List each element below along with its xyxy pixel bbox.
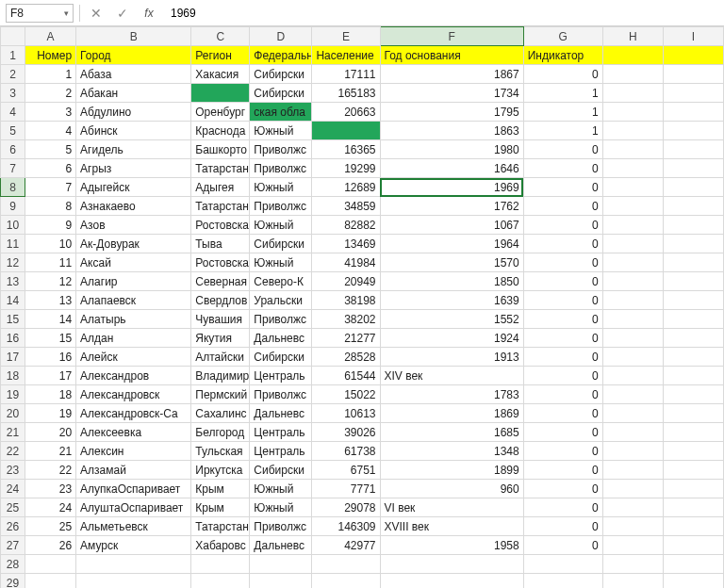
cell[interactable]: 1863 [380, 122, 523, 140]
cell[interactable]: Якутия [191, 329, 250, 348]
cell[interactable] [602, 197, 663, 216]
cell[interactable]: АлупкаОспаривает [76, 480, 191, 498]
cell[interactable] [25, 574, 76, 589]
cell[interactable]: 0 [523, 272, 602, 291]
cell[interactable]: 21 [25, 442, 76, 461]
cell[interactable] [663, 480, 723, 498]
cell[interactable]: Альметьевск [76, 517, 191, 536]
cell[interactable]: 82882 [312, 216, 380, 235]
cell[interactable]: 1734 [380, 84, 523, 103]
cell[interactable] [602, 84, 663, 103]
cell[interactable]: 7 [25, 178, 76, 197]
cell[interactable] [250, 574, 312, 589]
row-header[interactable]: 5 [1, 122, 25, 140]
cell[interactable]: 0 [523, 536, 602, 555]
cell[interactable]: 11 [25, 253, 76, 272]
cell[interactable]: Алексеевка [76, 423, 191, 442]
cell[interactable]: 17111 [312, 65, 380, 84]
cell[interactable] [663, 159, 723, 178]
fx-icon[interactable]: fx [139, 7, 159, 20]
row-header[interactable]: 6 [1, 140, 25, 159]
row-header[interactable]: 15 [1, 310, 25, 329]
cell[interactable] [663, 367, 723, 385]
cell[interactable] [602, 178, 663, 197]
row-header[interactable]: 16 [1, 329, 25, 348]
cell[interactable]: 20 [25, 423, 76, 442]
cell[interactable]: 1 [523, 84, 602, 103]
cell[interactable]: 1869 [380, 404, 523, 423]
cancel-icon[interactable]: ✕ [86, 6, 107, 21]
cell[interactable]: XIV век [380, 367, 523, 385]
cell[interactable]: 19 [25, 404, 76, 423]
cell[interactable]: 13469 [312, 235, 380, 253]
select-all-corner[interactable] [1, 27, 25, 46]
cell[interactable]: 22 [25, 461, 76, 480]
cell[interactable] [602, 103, 663, 122]
row-header[interactable]: 8 [1, 178, 25, 197]
cell[interactable]: 165183 [312, 84, 380, 103]
cell[interactable]: 0 [523, 159, 602, 178]
cell[interactable] [523, 555, 602, 574]
cell[interactable]: 16365 [312, 140, 380, 159]
cell[interactable]: Азов [76, 216, 191, 235]
row-header[interactable]: 27 [1, 536, 25, 555]
cell[interactable]: Централь [250, 367, 312, 385]
row-header[interactable]: 18 [1, 367, 25, 385]
row-header[interactable]: 13 [1, 272, 25, 291]
cell[interactable]: Хабаровс [191, 536, 250, 555]
cell[interactable] [602, 140, 663, 159]
cell[interactable] [663, 310, 723, 329]
cell[interactable] [25, 555, 76, 574]
cell[interactable]: Свердлов [191, 291, 250, 310]
cell[interactable] [663, 272, 723, 291]
row-header[interactable]: 12 [1, 253, 25, 272]
cell[interactable]: Алдан [76, 329, 191, 348]
cell[interactable]: 1783 [380, 385, 523, 404]
col-header-A[interactable]: A [25, 27, 76, 46]
row-header[interactable]: 1 [1, 46, 25, 65]
cell[interactable] [380, 555, 523, 574]
cell[interactable] [191, 555, 250, 574]
cell[interactable]: Оренбург [191, 103, 250, 122]
cell[interactable]: Краснода [191, 122, 250, 140]
row-header[interactable]: 7 [1, 159, 25, 178]
cell[interactable] [602, 65, 663, 84]
cell[interactable]: 0 [523, 385, 602, 404]
cell[interactable]: 15 [25, 329, 76, 348]
header-cell-I[interactable] [663, 46, 723, 65]
cell[interactable]: 7771 [312, 480, 380, 498]
cell[interactable]: Чувашия [191, 310, 250, 329]
cell[interactable]: 41984 [312, 253, 380, 272]
cell[interactable]: Южный [250, 178, 312, 197]
cell[interactable]: 38198 [312, 291, 380, 310]
cell[interactable]: Приволжс [250, 197, 312, 216]
cell[interactable] [663, 253, 723, 272]
cell[interactable]: XVIII век [380, 517, 523, 536]
cell[interactable]: 1980 [380, 140, 523, 159]
cell[interactable]: Сибирски [250, 348, 312, 367]
cell[interactable]: Тульская [191, 442, 250, 461]
col-header-H[interactable]: H [602, 27, 663, 46]
cell[interactable] [663, 498, 723, 517]
cell[interactable]: Агрыз [76, 159, 191, 178]
cell[interactable] [663, 423, 723, 442]
cell[interactable] [663, 442, 723, 461]
cell[interactable]: 12689 [312, 178, 380, 197]
header-cell-D[interactable]: Федеральн [250, 46, 312, 65]
cell[interactable] [663, 555, 723, 574]
cell[interactable] [312, 574, 380, 589]
cell[interactable]: 18 [25, 385, 76, 404]
cell[interactable] [663, 216, 723, 235]
cell[interactable]: 0 [523, 480, 602, 498]
cell[interactable] [602, 517, 663, 536]
cell[interactable]: 29078 [312, 498, 380, 517]
cell[interactable] [602, 235, 663, 253]
cell[interactable]: Ак-Довурак [76, 235, 191, 253]
row-header[interactable]: 9 [1, 197, 25, 216]
cell[interactable]: 1867 [380, 65, 523, 84]
cell[interactable] [380, 574, 523, 589]
cell[interactable] [663, 404, 723, 423]
cell[interactable] [663, 140, 723, 159]
cell[interactable] [602, 555, 663, 574]
cell[interactable]: 0 [523, 442, 602, 461]
